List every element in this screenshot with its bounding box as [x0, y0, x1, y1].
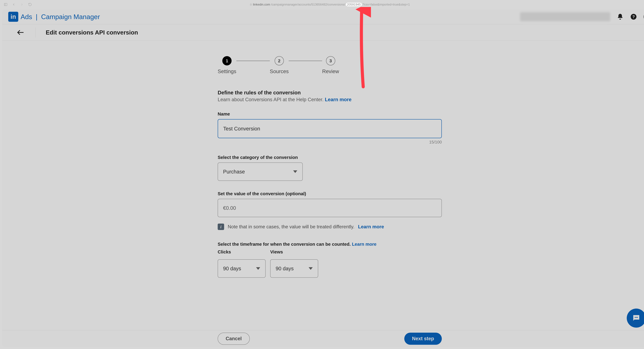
category-value: Purchase: [223, 169, 245, 175]
clicks-label: Clicks: [218, 249, 266, 254]
stepper: 1 Settings 2 Sources 3 Review: [218, 56, 442, 74]
section-subtitle: Learn about Conversions API at the Help …: [218, 97, 442, 102]
bell-icon[interactable]: [617, 13, 624, 20]
views-label: Views: [270, 249, 318, 254]
svg-text:?: ?: [632, 14, 635, 19]
page-title: Edit conversions API conversion: [46, 29, 138, 36]
app-header: in Ads | Campaign Manager ?: [2, 9, 644, 24]
clicks-select[interactable]: 90 days: [218, 259, 266, 278]
chevron-down-icon: [293, 170, 297, 173]
step-settings[interactable]: 1 Settings: [218, 56, 236, 74]
url-domain: linkedin.com: [253, 3, 270, 6]
account-info-blurred: [520, 12, 610, 21]
views-value: 90 days: [276, 266, 294, 272]
note-text: Note that in some cases, the value will …: [228, 224, 354, 230]
step-label: Sources: [270, 68, 289, 74]
vertical-divider: [35, 27, 36, 38]
browser-chrome: linkedin.com/campaignmanager/accounts/51…: [1, 1, 644, 8]
step-connector: [289, 61, 322, 61]
next-step-button[interactable]: Next step: [404, 333, 442, 345]
svg-point-11: [635, 317, 636, 318]
svg-point-12: [636, 317, 637, 318]
content: 1 Settings 2 Sources 3 Review Define the…: [2, 41, 644, 330]
clicks-value: 90 days: [223, 266, 241, 272]
value-label: Set the value of the conversion (optiona…: [218, 191, 442, 196]
category-label: Select the category of the conversion: [218, 155, 442, 160]
note-learn-more-link[interactable]: Learn more: [358, 224, 384, 230]
url-path-after: ?csv=false&imported=true&step=1: [362, 3, 410, 6]
name-label: Name: [218, 112, 442, 116]
timeframe-learn-more-link[interactable]: Learn more: [352, 242, 376, 246]
char-counter: 15/100: [218, 140, 442, 144]
step-connector: [236, 61, 270, 61]
step-number: 2: [274, 56, 284, 66]
views-select[interactable]: 90 days: [270, 259, 318, 278]
step-sources[interactable]: 2 Sources: [270, 56, 289, 74]
logo-divider: |: [36, 13, 38, 20]
chevron-down-icon: [256, 267, 260, 270]
back-icon[interactable]: [12, 3, 16, 6]
name-input[interactable]: [218, 119, 442, 138]
step-label: Review: [322, 68, 339, 74]
logo-ads: Ads: [20, 13, 32, 20]
back-arrow-icon[interactable]: [16, 28, 25, 37]
help-icon[interactable]: ?: [630, 13, 637, 20]
step-number: 1: [222, 56, 232, 66]
svg-rect-0: [4, 3, 7, 6]
app-frame: in Ads | Campaign Manager ? Edit convers…: [2, 9, 644, 347]
timeframe-label: Select the timeframe for when the conver…: [218, 242, 442, 247]
url-highlight: 20591945: [346, 3, 362, 6]
section-sub-text: Learn about Conversions API at the Help …: [218, 97, 325, 102]
svg-rect-2: [250, 4, 252, 5]
page-header: Edit conversions API conversion: [2, 24, 644, 41]
url-bar[interactable]: linkedin.com/campaignmanager/accounts/51…: [250, 3, 410, 6]
category-select[interactable]: Purchase: [218, 162, 303, 181]
info-icon: i: [218, 224, 224, 230]
chat-icon: [632, 314, 641, 322]
learn-more-link[interactable]: Learn more: [325, 97, 352, 102]
forward-icon: [20, 3, 24, 6]
reload-icon[interactable]: [28, 3, 32, 6]
footer-bar: Cancel Next step: [2, 330, 644, 347]
chevron-down-icon: [308, 267, 313, 270]
logo[interactable]: in Ads | Campaign Manager: [8, 12, 100, 22]
value-input[interactable]: [218, 199, 442, 217]
step-review[interactable]: 3 Review: [322, 56, 339, 74]
timeframe-label-text: Select the timeframe for when the conver…: [218, 242, 352, 246]
linkedin-badge-icon: in: [8, 12, 18, 22]
logo-campaign-manager: Campaign Manager: [41, 13, 100, 20]
svg-point-13: [637, 317, 638, 318]
section-title: Define the rules of the conversion: [218, 90, 442, 96]
cancel-button[interactable]: Cancel: [218, 333, 250, 345]
step-number: 3: [326, 56, 335, 66]
lock-icon: [250, 3, 252, 6]
step-label: Settings: [218, 68, 236, 74]
url-path-before: /campaignmanager/accounts/513656482/conv…: [271, 3, 345, 6]
avatar[interactable]: [644, 13, 644, 20]
sidebar-toggle-icon[interactable]: [4, 3, 8, 6]
